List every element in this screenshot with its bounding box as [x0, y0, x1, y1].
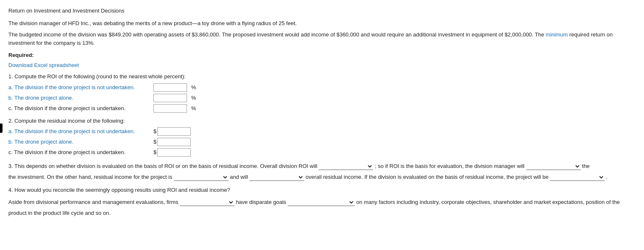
- q1c-row: c. The division if the drone project is …: [8, 104, 636, 113]
- q3-roi-select[interactable]: decreaseincreaseremain same: [319, 162, 373, 170]
- q3-residual-select[interactable]: negativepositive: [174, 173, 229, 181]
- q3-project-select[interactable]: acceptedrejected: [550, 173, 605, 181]
- q4-goals-select[interactable]: basednot based: [288, 198, 355, 206]
- q3-will-select[interactable]: decreaseincrease: [249, 173, 304, 181]
- q3-mid2: the investment. On the other hand, resid…: [8, 174, 172, 180]
- download-excel-link[interactable]: Download Excel spreadsheet: [8, 62, 79, 68]
- q2b-row: b. The drone project alone. $: [8, 138, 636, 146]
- q3-prefix: 3. This depends on whether division is e…: [8, 163, 317, 169]
- q3-mid3: and will: [230, 174, 248, 180]
- minimum-highlight: minimum: [546, 31, 568, 38]
- left-bracket: [0, 124, 3, 133]
- q2b-label: b. The drone project alone.: [8, 138, 151, 146]
- q1a-percent: %: [191, 83, 196, 92]
- q2c-label: c. The division if the drone project is …: [8, 148, 151, 157]
- q4-firms-select[interactable]: alwaysmaynever: [180, 198, 234, 206]
- question-2-header: 2. Compute the residual income of the fo…: [8, 117, 636, 125]
- q2a-input[interactable]: [157, 127, 191, 136]
- q2a-dollar-sign: $: [153, 127, 156, 136]
- q3-end: .: [606, 174, 608, 180]
- page-title: Return on Investment and Investment Deci…: [8, 7, 636, 15]
- q2c-dollar-wrap: $: [153, 148, 191, 157]
- q2a-dollar-wrap: $: [153, 127, 191, 136]
- q1c-percent: %: [191, 104, 196, 113]
- q2b-dollar-sign: $: [153, 138, 156, 146]
- q1a-input[interactable]: [153, 83, 187, 92]
- required-label: Required:: [8, 51, 636, 59]
- q2c-dollar-sign: $: [153, 148, 156, 157]
- paragraph-2: The budgeted income of the division was …: [8, 31, 636, 47]
- paragraph-1: The division manager of HFD Inc., was de…: [8, 19, 636, 28]
- question-3-block: 3. This depends on whether division is e…: [8, 161, 636, 183]
- q1c-label: c. The division if the drone project is …: [8, 104, 151, 113]
- q3-mid4: overall residual income. If the division…: [306, 174, 549, 180]
- q1b-label: b. The drone project alone.: [8, 94, 151, 102]
- q1a-label: a. The division if the drone project is …: [8, 83, 151, 92]
- q1a-row: a. The division if the drone project is …: [8, 83, 636, 92]
- q1b-row: b. The drone project alone. %: [8, 94, 636, 102]
- q2a-row: a. The division if the drone project is …: [8, 127, 636, 136]
- question-1-header: 1. Compute the ROI of the following (rou…: [8, 72, 636, 81]
- q1c-input[interactable]: [153, 104, 187, 113]
- question-4-block: Aside from divisional performance and ma…: [8, 197, 636, 219]
- q4-mid1: have disparate goals: [236, 199, 286, 205]
- q2c-input[interactable]: [157, 148, 191, 157]
- q2a-label: a. The division if the drone project is …: [8, 127, 151, 136]
- question-4-label: 4. How would you reconcile the seemingly…: [8, 186, 636, 194]
- q3-manager-select[interactable]: acceptreject: [526, 162, 581, 170]
- q2b-input[interactable]: [157, 138, 191, 146]
- q3-the: the: [582, 163, 589, 169]
- q1b-percent: %: [191, 94, 196, 102]
- q2c-row: c. The division if the drone project is …: [8, 148, 636, 157]
- q3-mid1: ; so if ROI is the basis for evaluation,…: [375, 163, 525, 169]
- q4-prefix: Aside from divisional performance and ma…: [8, 199, 178, 205]
- q2b-dollar-wrap: $: [153, 138, 191, 146]
- q1b-input[interactable]: [153, 94, 187, 102]
